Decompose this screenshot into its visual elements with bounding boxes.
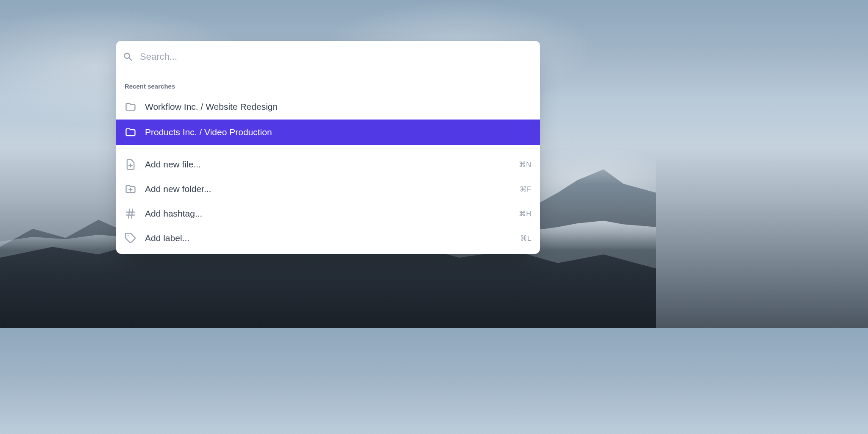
action-shortcut: ⌘L — [520, 234, 531, 243]
action-label: Add label... — [145, 233, 512, 243]
tag-icon — [125, 232, 136, 244]
quick-actions-section: Add new file... ⌘N Add new folder... ⌘F — [116, 148, 540, 254]
search-row — [116, 41, 540, 73]
action-add-hashtag[interactable]: Add hashtag... ⌘H — [116, 201, 540, 226]
svg-line-6 — [128, 209, 129, 218]
action-shortcut: ⌘N — [519, 160, 531, 169]
action-shortcut: ⌘H — [519, 209, 531, 218]
search-input[interactable] — [140, 51, 533, 62]
recent-item-label: Workflow Inc. / Website Redesign — [145, 102, 531, 112]
recent-searches-heading: Recent searches — [116, 77, 540, 94]
action-shortcut: ⌘F — [520, 185, 531, 194]
recent-item[interactable]: Workflow Inc. / Website Redesign — [116, 94, 540, 120]
folder-icon — [125, 101, 136, 113]
recent-item[interactable]: Products Inc. / Video Production — [116, 120, 540, 145]
action-add-file[interactable]: Add new file... ⌘N — [116, 152, 540, 177]
recent-item-label: Products Inc. / Video Production — [145, 127, 531, 137]
action-add-label[interactable]: Add label... ⌘L — [116, 226, 540, 250]
folder-add-icon — [125, 183, 136, 195]
recent-searches-section: Recent searches Workflow Inc. / Website … — [116, 73, 540, 148]
svg-line-7 — [131, 209, 132, 218]
action-label: Add hashtag... — [145, 209, 510, 219]
action-add-folder[interactable]: Add new folder... ⌘F — [116, 177, 540, 201]
hashtag-icon — [125, 208, 136, 220]
action-label: Add new folder... — [145, 184, 511, 194]
folder-icon — [125, 126, 136, 138]
search-icon — [123, 52, 133, 62]
command-palette: Recent searches Workflow Inc. / Website … — [116, 41, 540, 254]
document-add-icon — [125, 159, 136, 170]
action-label: Add new file... — [145, 159, 510, 170]
